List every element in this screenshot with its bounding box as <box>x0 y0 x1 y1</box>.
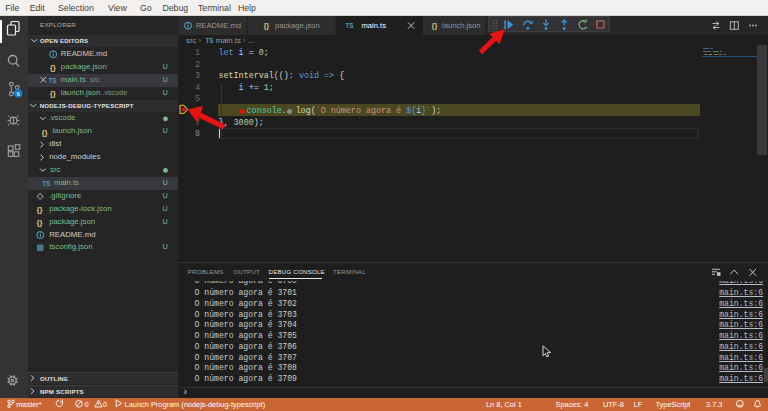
svg-text:{}: {} <box>50 63 56 72</box>
svg-text:{}: {} <box>50 89 56 98</box>
svg-text:TS: TS <box>49 77 57 84</box>
svg-text:{}: {} <box>42 128 48 137</box>
svg-text:TS: TS <box>42 180 50 187</box>
svg-text:6: 6 <box>17 90 21 97</box>
svg-text:{}: {} <box>37 218 43 227</box>
svg-text:{}: {} <box>37 205 43 214</box>
